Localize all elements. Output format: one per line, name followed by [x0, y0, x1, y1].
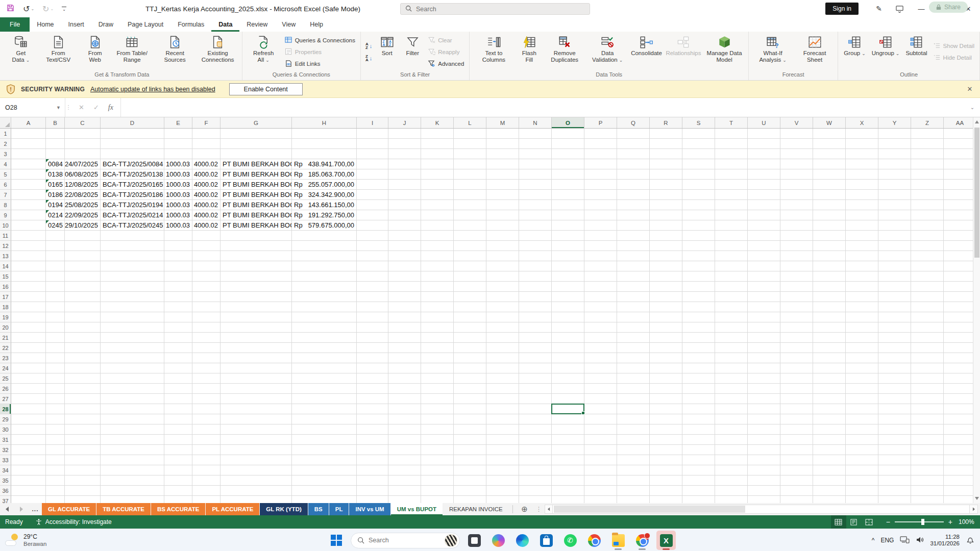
cell-U4[interactable] [748, 159, 780, 169]
cell-X23[interactable] [846, 353, 878, 363]
cell-AA22[interactable] [944, 343, 973, 353]
cell-B18[interactable] [46, 302, 65, 312]
cell-I37[interactable] [357, 496, 388, 503]
cell-M2[interactable] [486, 139, 519, 149]
cell-K33[interactable] [421, 455, 454, 465]
cell-A28[interactable] [11, 404, 46, 414]
cell-P37[interactable] [584, 496, 617, 503]
cell-V33[interactable] [780, 455, 813, 465]
cell-P29[interactable] [584, 414, 617, 424]
cell-L11[interactable] [454, 231, 486, 241]
cell-T24[interactable] [715, 363, 748, 373]
cell-T13[interactable] [715, 251, 748, 261]
cell-G37[interactable] [220, 496, 292, 503]
cell-U17[interactable] [748, 292, 780, 302]
cell-N15[interactable] [519, 271, 552, 282]
cell-E1[interactable] [164, 129, 192, 139]
cell-W23[interactable] [813, 353, 846, 363]
cell-R24[interactable] [650, 363, 682, 373]
edge-button[interactable] [512, 531, 532, 550]
cell-O3[interactable] [552, 149, 584, 159]
cell-Z4[interactable] [911, 159, 944, 169]
cell-T17[interactable] [715, 292, 748, 302]
cell-H3[interactable] [292, 149, 357, 159]
cell-J29[interactable] [388, 414, 421, 424]
cell-D31[interactable] [101, 435, 164, 445]
cell-B14[interactable] [46, 261, 65, 271]
cell-V29[interactable] [780, 414, 813, 424]
cell-Z32[interactable] [911, 445, 944, 455]
cell-M36[interactable] [486, 486, 519, 496]
cell-S30[interactable] [682, 424, 715, 435]
cell-N18[interactable] [519, 302, 552, 312]
cell-P26[interactable] [584, 384, 617, 394]
cell-E23[interactable] [164, 353, 192, 363]
cell-I9[interactable] [357, 210, 388, 220]
cell-H37[interactable] [292, 496, 357, 503]
cell-N20[interactable] [519, 322, 552, 333]
cell-I30[interactable] [357, 424, 388, 435]
cell-S23[interactable] [682, 353, 715, 363]
cell-V13[interactable] [780, 251, 813, 261]
cell-O23[interactable] [552, 353, 584, 363]
cell-W14[interactable] [813, 261, 846, 271]
cell-B16[interactable] [46, 282, 65, 292]
cell-U29[interactable] [748, 414, 780, 424]
properties-button[interactable]: Properties [283, 46, 357, 58]
cell-D8[interactable]: BCA-TTJ/2025/0194 [101, 200, 164, 210]
cell-AA17[interactable] [944, 292, 973, 302]
cell-I7[interactable] [357, 190, 388, 200]
cell-P25[interactable] [584, 373, 617, 384]
cell-V22[interactable] [780, 343, 813, 353]
cell-F30[interactable] [192, 424, 220, 435]
row-header-33[interactable]: 33 [0, 455, 11, 465]
cell-A23[interactable] [11, 353, 46, 363]
cell-A16[interactable] [11, 282, 46, 292]
cell-H29[interactable] [292, 414, 357, 424]
cell-R26[interactable] [650, 384, 682, 394]
cell-Y28[interactable] [878, 404, 911, 414]
cell-AA23[interactable] [944, 353, 973, 363]
cell-O27[interactable] [552, 394, 584, 404]
cell-Q12[interactable] [617, 241, 650, 251]
cell-T21[interactable] [715, 333, 748, 343]
cell-E33[interactable] [164, 455, 192, 465]
cell-H17[interactable] [292, 292, 357, 302]
cell-M6[interactable] [486, 180, 519, 190]
cell-X15[interactable] [846, 271, 878, 282]
cell-V11[interactable] [780, 231, 813, 241]
cell-Y23[interactable] [878, 353, 911, 363]
cell-Q14[interactable] [617, 261, 650, 271]
cell-C12[interactable] [65, 241, 101, 251]
cell-J36[interactable] [388, 486, 421, 496]
cell-N16[interactable] [519, 282, 552, 292]
cell-V15[interactable] [780, 271, 813, 282]
cell-Y25[interactable] [878, 373, 911, 384]
cell-J31[interactable] [388, 435, 421, 445]
cell-V17[interactable] [780, 292, 813, 302]
cell-D13[interactable] [101, 251, 164, 261]
cell-B29[interactable] [46, 414, 65, 424]
cell-M16[interactable] [486, 282, 519, 292]
cell-N3[interactable] [519, 149, 552, 159]
cell-Y32[interactable] [878, 445, 911, 455]
cell-Y11[interactable] [878, 231, 911, 241]
sheet-tab-bs[interactable]: BS [308, 503, 329, 515]
cell-E6[interactable]: 1000.03 [164, 180, 192, 190]
cell-D33[interactable] [101, 455, 164, 465]
cell-A15[interactable] [11, 271, 46, 282]
cell-N5[interactable] [519, 169, 552, 180]
cell-AA27[interactable] [944, 394, 973, 404]
cell-F29[interactable] [192, 414, 220, 424]
cell-W11[interactable] [813, 231, 846, 241]
sheet-nav-right-icon[interactable] [14, 503, 29, 515]
cell-E20[interactable] [164, 322, 192, 333]
cell-I34[interactable] [357, 465, 388, 475]
cell-L36[interactable] [454, 486, 486, 496]
cell-I4[interactable] [357, 159, 388, 169]
cell-Z18[interactable] [911, 302, 944, 312]
cell-K7[interactable] [421, 190, 454, 200]
cell-W17[interactable] [813, 292, 846, 302]
cell-W35[interactable] [813, 475, 846, 486]
cell-C33[interactable] [65, 455, 101, 465]
